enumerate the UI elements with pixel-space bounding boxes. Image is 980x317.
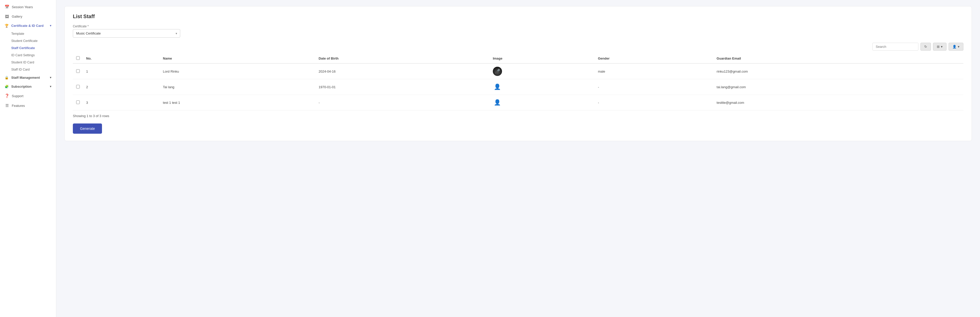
cell-gender: - [595, 79, 713, 95]
gallery-icon: 🖼 [5, 14, 9, 19]
columns-icon: ⊞ [937, 45, 940, 49]
row-checkbox[interactable] [76, 69, 80, 73]
sidebar-item-student-id-card[interactable]: Student ID Card [11, 59, 56, 66]
row-checkbox-cell [73, 64, 83, 79]
columns-chevron-icon: ▾ [941, 45, 943, 49]
user-add-button[interactable]: 👤 ▾ [948, 43, 963, 51]
content-card: List Staff Certificate * Music Certifica… [64, 6, 972, 141]
sidebar-item-support[interactable]: ❓ Support [0, 91, 56, 101]
header-checkbox-cell [73, 54, 83, 64]
sidebar-sub-certificate-id: Template Student Certificate Staff Certi… [0, 30, 56, 73]
showing-text: Showing 1 to 3 of 3 rows [73, 114, 963, 118]
cell-no: 2 [83, 79, 160, 95]
col-image: Image [490, 54, 595, 64]
row-checkbox-cell [73, 95, 83, 110]
sidebar-item-template[interactable]: Template [11, 30, 56, 37]
trophy-icon: 🏆 [5, 24, 9, 28]
cell-no: 3 [83, 95, 160, 110]
sidebar-section-staff-management[interactable]: 🔒 Staff Management ▾ [0, 73, 56, 82]
cell-guardian-email: rinku123@gmail.com [714, 64, 963, 79]
puzzle-icon: 🧩 [5, 84, 9, 88]
cell-image: 👤 [490, 95, 595, 110]
columns-button[interactable]: ⊞ ▾ [933, 43, 947, 51]
avatar: 🎤 [493, 67, 502, 76]
col-no: No. [83, 54, 160, 64]
col-guardian-email: Guardian Email [714, 54, 963, 64]
cell-no: 1 [83, 64, 160, 79]
avatar: 👤 [493, 98, 502, 107]
col-gender: Gender [595, 54, 713, 64]
lock-icon: 🔒 [5, 76, 9, 80]
table-body: 1Lord Rinku2024-04-16🎤malerinku123@gmail… [73, 64, 963, 110]
sidebar: 📅 Session Years 🖼 Gallery 🏆 Certificate … [0, 0, 56, 317]
col-name: Name [160, 54, 315, 64]
cell-dob: 1970-01-01 [316, 79, 490, 95]
sidebar-section-subscription[interactable]: 🧩 Subscription ▾ [0, 82, 56, 91]
row-checkbox-cell [73, 79, 83, 95]
sidebar-item-gallery[interactable]: 🖼 Gallery [0, 12, 56, 21]
sidebar-item-staff-certificate[interactable]: Staff Certificate [11, 45, 56, 52]
cell-image: 🎤 [490, 64, 595, 79]
main-content: List Staff Certificate * Music Certifica… [56, 0, 980, 317]
cell-name: test 1 test 1 [160, 95, 315, 110]
col-dob: Date of Birth [316, 54, 490, 64]
row-checkbox[interactable] [76, 100, 80, 104]
certificate-field: Certificate * Music Certificate ▾ [73, 24, 963, 38]
certificate-label: Certificate * [73, 24, 963, 28]
cell-guardian-email: tai.lang@gmail.com [714, 79, 963, 95]
user-add-chevron-icon: ▾ [958, 45, 959, 49]
sidebar-item-session-years[interactable]: 📅 Session Years [0, 2, 56, 12]
generate-button[interactable]: Generate [73, 123, 102, 134]
row-checkbox[interactable] [76, 85, 80, 88]
chevron-down-icon: ▾ [50, 24, 51, 27]
certificate-select[interactable]: Music Certificate [73, 29, 180, 38]
cell-guardian-email: testtte@gmail.com [714, 95, 963, 110]
chevron-down-icon-sub: ▾ [50, 85, 51, 88]
avatar: 👤 [493, 82, 502, 91]
cell-name: Lord Rinku [160, 64, 315, 79]
search-input[interactable] [872, 43, 918, 51]
cell-name: Tai lang [160, 79, 315, 95]
sidebar-item-features[interactable]: ☰ Features [0, 101, 56, 110]
calendar-icon: 📅 [5, 5, 9, 9]
question-icon: ❓ [5, 94, 9, 98]
sidebar-section-certificate-id[interactable]: 🏆 Certificate & ID Card ▾ [0, 21, 56, 30]
page-title: List Staff [73, 14, 963, 19]
cell-dob: - [316, 95, 490, 110]
cell-dob: 2024-04-16 [316, 64, 490, 79]
refresh-icon: ↻ [924, 45, 927, 49]
sidebar-item-student-certificate[interactable]: Student Certificate [11, 37, 56, 45]
cell-gender: - [595, 95, 713, 110]
user-plus-icon: 👤 [952, 45, 956, 49]
toolbar: ↻ ⊞ ▾ 👤 ▾ [73, 43, 963, 51]
cell-image: 👤 [490, 79, 595, 95]
table-row: 3test 1 test 1-👤-testtte@gmail.com [73, 95, 963, 110]
table-header: No. Name Date of Birth Image Gender Guar… [73, 54, 963, 64]
sidebar-item-id-card-settings[interactable]: ID Card Settings [11, 52, 56, 59]
list-icon: ☰ [5, 103, 9, 108]
select-all-checkbox[interactable] [76, 56, 80, 60]
chevron-down-icon-staff: ▾ [50, 76, 51, 79]
certificate-select-wrapper: Music Certificate ▾ [73, 29, 180, 38]
table-row: 2Tai lang1970-01-01👤-tai.lang@gmail.com [73, 79, 963, 95]
refresh-button[interactable]: ↻ [920, 43, 931, 51]
table-row: 1Lord Rinku2024-04-16🎤malerinku123@gmail… [73, 64, 963, 79]
cell-gender: male [595, 64, 713, 79]
sidebar-item-staff-id-card[interactable]: Staff ID Card [11, 66, 56, 73]
staff-table: No. Name Date of Birth Image Gender Guar… [73, 54, 963, 110]
